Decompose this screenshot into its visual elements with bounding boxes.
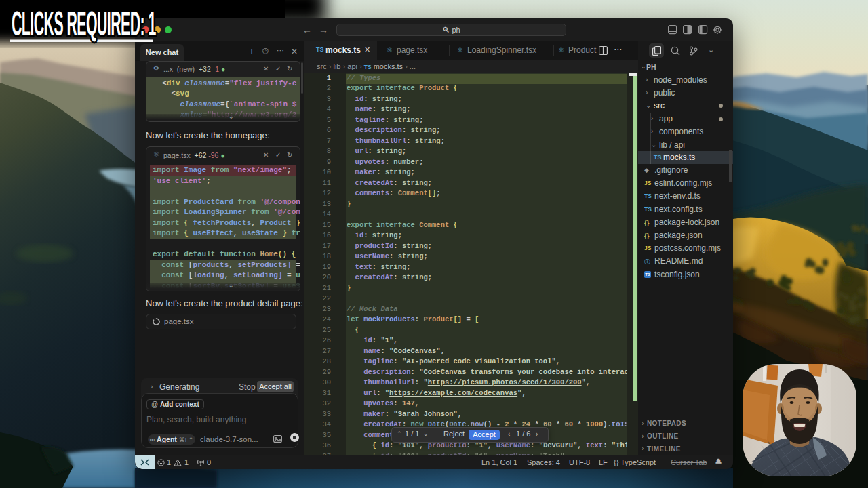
svg-text:CLICKS REQUIRED: 1: CLICKS REQUIRED: 1 [12, 5, 156, 43]
